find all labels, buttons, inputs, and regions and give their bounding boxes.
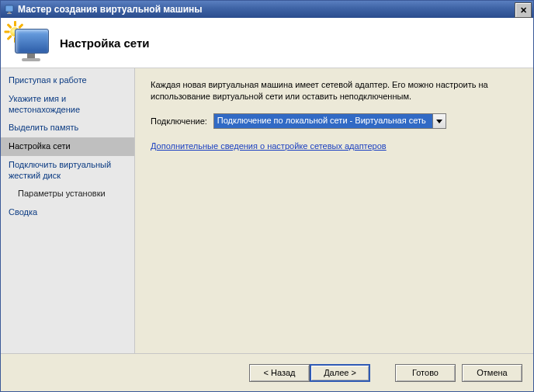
step-name-location[interactable]: Укажите имя и местонахождение (1, 90, 134, 120)
connection-label: Подключение: (151, 116, 207, 126)
step-getting-started[interactable]: Приступая к работе (1, 71, 134, 90)
step-vhd[interactable]: Подключить виртуальный жесткий диск (1, 156, 134, 186)
connection-select-button[interactable] (432, 113, 446, 129)
wizard-window: Мастер создания виртуальной машины ✕ (0, 0, 534, 392)
wizard-footer: < Назад Далее > Готово Отмена (1, 353, 533, 391)
connection-select-value: Подключение по локальной сети - Виртуаль… (213, 113, 432, 129)
description-text: Каждая новая виртуальная машина имеет се… (151, 79, 519, 102)
svg-rect-0 (5, 5, 13, 12)
wizard-body: Приступая к работе Укажите имя и местона… (1, 68, 533, 353)
close-button[interactable]: ✕ (515, 2, 532, 18)
back-button[interactable]: < Назад (249, 364, 310, 382)
wizard-header: Настройка сети (1, 18, 533, 68)
titlebar: Мастер создания виртуальной машины ✕ (1, 1, 533, 18)
page-heading: Настройка сети (60, 36, 149, 50)
chevron-down-icon (436, 116, 442, 126)
step-install-options[interactable]: Параметры установки (1, 185, 134, 203)
connection-row: Подключение: Подключение по локальной се… (151, 113, 519, 129)
cancel-button[interactable]: Отмена (462, 364, 522, 382)
svg-rect-1 (9, 12, 11, 13)
connection-select[interactable]: Подключение по локальной сети - Виртуаль… (213, 113, 446, 129)
step-summary[interactable]: Сводка (1, 203, 134, 222)
step-network[interactable]: Настройка сети (1, 137, 134, 156)
close-icon: ✕ (520, 5, 527, 16)
finish-button[interactable]: Готово (395, 364, 456, 382)
wizard-icon (5, 23, 50, 63)
more-info-link[interactable]: Дополнительные сведения о настройке сете… (151, 141, 519, 151)
step-memory[interactable]: Выделить память (1, 119, 134, 137)
app-icon (4, 4, 15, 15)
window-title: Мастер создания виртуальной машины (18, 4, 515, 15)
next-button[interactable]: Далее > (310, 364, 370, 382)
wizard-sidebar: Приступая к работе Укажите имя и местона… (1, 68, 135, 353)
wizard-main-panel: Каждая новая виртуальная машина имеет се… (135, 68, 533, 353)
svg-rect-2 (7, 13, 12, 14)
